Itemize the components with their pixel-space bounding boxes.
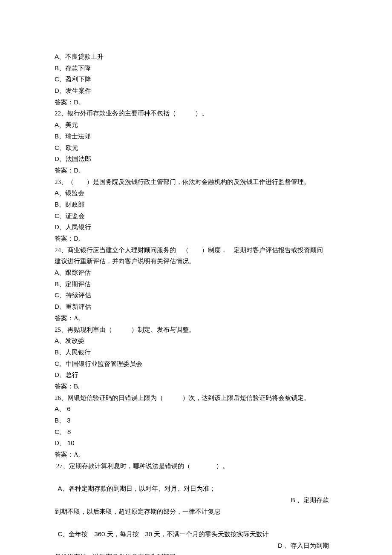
q24-stem-line2: 建议进行重新评估，并向客户说明有关评估情况。 [55, 256, 337, 267]
q22-option-c: C、欧元 [55, 142, 337, 154]
q23-option-d: D、人民银行 [55, 221, 337, 233]
q27-option-b-start: B 、定期存款 [291, 495, 329, 506]
q27-option-a: A、各种定期存款的到期日，以对年、对月、对日为准； [58, 485, 216, 492]
q23-stem: 23、（ ）是国务院反洗钱行政主管部门，依法对金融机构的反洗钱工作进行监督管理。 [55, 176, 337, 188]
q24-stem-line1: 24、商业银行应当建立个人理财顾问服务的 （ ）制度， 定期对客户评估报告或投资… [55, 244, 337, 256]
q25-option-a: A、发改委 [55, 335, 337, 347]
q21-option-c: C、盈利下降 [55, 74, 337, 85]
q23-answer: 答案：D, [55, 233, 337, 244]
q22-stem: 22、银行外币存款业务的主要币种不包括（ ）。 [55, 108, 337, 119]
q26-option-a: A、 6 [55, 403, 337, 415]
q23-option-b: B、财政部 [55, 199, 337, 210]
q26-answer: 答案：A, [55, 449, 337, 460]
q26-stem: 26、网银短信验证码的日错误上限为（ ）次，达到该上限后短信验证码将会被锁定。 [55, 392, 337, 404]
q27-option-c: C、全年按 360 天，每月按 30 天，不满一个月的零头天数按实际天数计 [58, 530, 269, 538]
q21-option-a: A、不良贷款上升 [55, 51, 337, 63]
q21-answer: 答案：D, [55, 97, 337, 108]
q25-stem: 25、再贴现利率由（ ）制定、发布与调整。 [55, 324, 337, 336]
q27-stem: 27、定期存款计算利息时，哪种说法是错误的（ ）。 [55, 460, 337, 472]
q23-option-c: C、证监会 [55, 210, 337, 222]
q23-option-a: A、银监会 [55, 187, 337, 199]
q24-option-c: C、持续评估 [55, 290, 337, 301]
q25-option-c: C、中国银行业监督管理委员会 [55, 358, 337, 370]
q22-option-b: B、瑞士法郎 [55, 131, 337, 142]
q27-option-c-line: C、全年按 360 天，每月按 30 天，不满一个月的零头天数按实际天数计 D … [55, 517, 337, 551]
q25-answer: 答案：B, [55, 381, 337, 392]
q22-option-a: A、美元 [55, 119, 337, 131]
q25-option-d: D、总行 [55, 369, 337, 381]
q26-option-d: D、 10 [55, 437, 337, 449]
q27-option-a-line: A、各种定期存款的到期日，以对年、对月、对日为准； B 、定期存款 [55, 472, 337, 506]
q26-option-c: C、 8 [55, 426, 337, 438]
q22-option-d: D、法国法郎 [55, 153, 337, 165]
q24-option-a: A、跟踪评估 [55, 267, 337, 279]
q24-option-d: D、重新评估 [55, 301, 337, 313]
q27-option-d-start: D 、存入日为到期 [278, 540, 329, 552]
q22-answer: 答案：D, [55, 165, 337, 176]
q24-option-b: B、定期评估 [55, 279, 337, 290]
q21-option-b: B、存款下降 [55, 63, 337, 74]
q27-option-b-cont: 到期不取，以后来取，超过原定存期的部分，一律不计复息 [55, 506, 337, 518]
q26-option-b: B、 3 [55, 415, 337, 426]
q27-option-d-cont: 月份没有的，以到期月份的月末日为到期日； [55, 551, 337, 555]
q24-answer: 答案：A, [55, 313, 337, 324]
q21-option-d: D、发生案件 [55, 85, 337, 97]
q25-option-b: B、人民银行 [55, 347, 337, 358]
